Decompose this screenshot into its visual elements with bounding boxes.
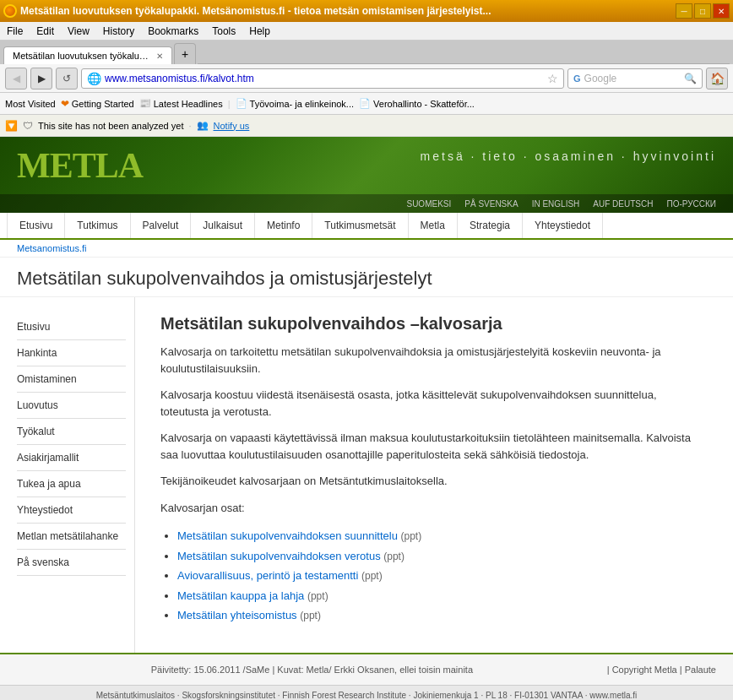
nav-yhteystiedot[interactable]: Yhteystiedot: [523, 213, 603, 238]
bookmark-tyovoima[interactable]: 📄 Työvoima- ja elinkeinok...: [236, 98, 355, 109]
search-bar[interactable]: G Google 🔍: [567, 68, 703, 89]
refresh-button[interactable]: ↺: [56, 68, 78, 90]
globe-icon: 🌐: [87, 72, 101, 85]
metla-header: METLA metsä · tieto · osaaminen · hyvinv…: [0, 137, 733, 213]
nav-julkaisut[interactable]: Julkaisut: [191, 213, 255, 238]
list-link-3[interactable]: Metsätilan kauppa ja lahja: [177, 589, 304, 602]
security-bar: 🔽 🛡 This site has not been analyzed yet …: [0, 115, 733, 137]
content-para2: Kalvosarja koostuu viidestä itsenäisestä…: [160, 387, 708, 420]
latest-headlines-icon: 📰: [139, 98, 151, 109]
getting-started-icon: ❤: [61, 98, 69, 110]
bookmark-getting-started[interactable]: ❤ Getting Started: [61, 98, 134, 110]
content-para4: Tekijänoikeudet kalvosarjaan on Metsäntu…: [160, 473, 708, 490]
lang-en[interactable]: IN ENGLISH: [532, 199, 580, 209]
minimize-button[interactable]: ─: [676, 3, 692, 19]
breadcrumb[interactable]: Metsanomistus.fi: [0, 240, 733, 258]
list-item: Metsätilan yhteisomistus (ppt): [177, 605, 708, 626]
lang-sv[interactable]: PÅ SVENSKA: [464, 199, 518, 209]
menu-file[interactable]: File: [3, 24, 26, 39]
lang-fi[interactable]: SUOMEKSI: [406, 199, 451, 209]
sidebar-link-tyokalut[interactable]: Työkalut: [17, 419, 126, 445]
list-item: Metsätilan kauppa ja lahja (ppt): [177, 586, 708, 606]
close-button[interactable]: ✕: [713, 3, 730, 19]
window-controls: ─ □ ✕: [676, 3, 730, 19]
tyovoima-label: Työvoima- ja elinkeinok...: [250, 99, 355, 109]
sidebar-link-yhteystiedot[interactable]: Yhteystiedot: [17, 497, 126, 524]
maximize-button[interactable]: □: [694, 3, 711, 19]
list-link-4[interactable]: Metsätilan yhteisomistus: [177, 609, 297, 621]
menu-bar: File Edit View History Bookmarks Tools H…: [0, 22, 733, 41]
main-nav: Etusivu Tutkimus Palvelut Julkaisut Meti…: [0, 213, 733, 240]
nav-strategia[interactable]: Strategia: [458, 213, 523, 238]
list-item: Metsätilan sukupolvenvaihdoksen verotus …: [177, 546, 708, 567]
notify-link[interactable]: Notify us: [214, 121, 250, 131]
nav-palvelut[interactable]: Palvelut: [131, 213, 192, 238]
metla-lang-bar: SUOMEKSI PÅ SVENSKA IN ENGLISH AUF DEUTS…: [0, 194, 733, 213]
menu-edit[interactable]: Edit: [33, 24, 57, 39]
list-item: Aviovarallisuus, perintö ja testamentti …: [177, 566, 708, 586]
content-para3: Kalvosarja on vapaasti käytettävissä ilm…: [160, 430, 708, 463]
home-button[interactable]: 🏠: [706, 68, 728, 90]
nav-tutkimusmetsät[interactable]: Tutkimusmetsät: [312, 213, 408, 238]
nav-etusivu[interactable]: Etusivu: [7, 213, 65, 238]
window-title: Metsätilan luovutuksen työkalupakki. Met…: [20, 5, 672, 17]
sidebar-link-omistaminen[interactable]: Omistaminen: [17, 366, 126, 393]
nav-metla[interactable]: Metla: [409, 213, 458, 238]
getting-started-label: Getting Started: [72, 99, 134, 109]
menu-history[interactable]: History: [100, 24, 138, 39]
sidebar-link-etusivu[interactable]: Etusivu: [17, 314, 126, 340]
list-link-0[interactable]: Metsätilan sukupolvenvaihdoksen suunnitt…: [177, 529, 398, 542]
forward-button[interactable]: ▶: [30, 68, 52, 90]
verohallinto-icon: 📄: [359, 98, 371, 109]
lang-ru[interactable]: ПО-РУССКИ: [666, 199, 716, 209]
browser-tab-active[interactable]: Metsätilan luovutuksen työkalupak... ✕: [3, 46, 172, 64]
sidebar-link-tukea[interactable]: Tukea ja apua: [17, 471, 126, 497]
sidebar-link-metlan-metsätilahanke[interactable]: Metlan metsätilahanke: [17, 524, 126, 550]
tyovoima-icon: 📄: [236, 98, 247, 109]
menu-tools[interactable]: Tools: [209, 24, 239, 39]
nav-tutkimus[interactable]: Tutkimus: [65, 213, 130, 238]
refresh-icon: ↺: [62, 73, 71, 84]
most-visited-label: Most Visited: [5, 99, 56, 109]
tab-close-icon[interactable]: ✕: [156, 52, 163, 61]
lang-de[interactable]: AUF DEUTSCH: [593, 199, 653, 209]
ppt-label-1: (ppt): [383, 551, 405, 562]
search-icon: 🔍: [684, 73, 697, 84]
menu-help[interactable]: Help: [246, 24, 274, 39]
tab-bar: Metsätilan luovutuksen työkalupak... ✕ +: [0, 41, 733, 64]
new-tab-button[interactable]: +: [174, 43, 196, 64]
search-engine-icon: G: [573, 73, 581, 84]
nav-bar: ◀ ▶ ↺ 🌐 www.metsanomistus.fi/kalvot.htm …: [0, 64, 733, 93]
content-list-heading: Kalvosarjan osat:: [160, 500, 708, 517]
back-button[interactable]: ◀: [5, 68, 27, 90]
metla-logo: METLA: [17, 145, 143, 186]
content-layout: Etusivu Hankinta Omistaminen Luovutus Ty…: [0, 297, 733, 653]
sidebar-link-pa-svenska[interactable]: På svenska: [17, 550, 126, 576]
nav-metinfo[interactable]: Metinfo: [255, 213, 312, 238]
back-icon: ◀: [13, 73, 20, 84]
metla-tagline: metsä · tieto · osaaminen · hyvinvointi: [421, 149, 716, 163]
latest-headlines-label: Latest Headlines: [154, 99, 223, 109]
main-content: Metsätilan sukupolvenvaihdos –kalvosarja…: [135, 297, 733, 653]
bookmark-most-visited[interactable]: Most Visited: [5, 99, 56, 109]
menu-bookmarks[interactable]: Bookmarks: [144, 24, 202, 39]
sidebar-link-asiakirjamallit[interactable]: Asiakirjamallit: [17, 445, 126, 471]
search-placeholder: Google: [584, 73, 617, 84]
bookmark-star-icon[interactable]: ☆: [547, 72, 558, 85]
footer-text: Päivitetty: 15.06.2011 /SaMe | Kuvat: Me…: [151, 665, 473, 675]
bookmark-separator: |: [228, 99, 231, 109]
bookmark-verohallinto[interactable]: 📄 Verohallinto - Skatteför...: [359, 98, 475, 109]
security-text: This site has not been analyzed yet: [38, 121, 183, 131]
page-title: Metsätilan sukupolvenvaihdos ja omistusj…: [0, 258, 733, 297]
menu-view[interactable]: View: [64, 24, 93, 39]
bookmarks-bar: Most Visited ❤ Getting Started 📰 Latest …: [0, 93, 733, 115]
bookmark-latest-headlines[interactable]: 📰 Latest Headlines: [139, 98, 223, 109]
list-link-1[interactable]: Metsätilan sukupolvenvaihdoksen verotus: [177, 550, 381, 562]
title-bar: Metsätilan luovutuksen työkalupakki. Met…: [0, 0, 733, 22]
sidebar-link-luovutus[interactable]: Luovutus: [17, 393, 126, 419]
sidebar-link-hankinta[interactable]: Hankinta: [17, 340, 126, 366]
ppt-label-4: (ppt): [300, 610, 321, 621]
security-dot: ·: [188, 121, 191, 131]
url-bar[interactable]: 🌐 www.metsanomistus.fi/kalvot.htm ☆: [81, 68, 564, 89]
list-link-2[interactable]: Aviovarallisuus, perintö ja testamentti: [177, 569, 358, 582]
